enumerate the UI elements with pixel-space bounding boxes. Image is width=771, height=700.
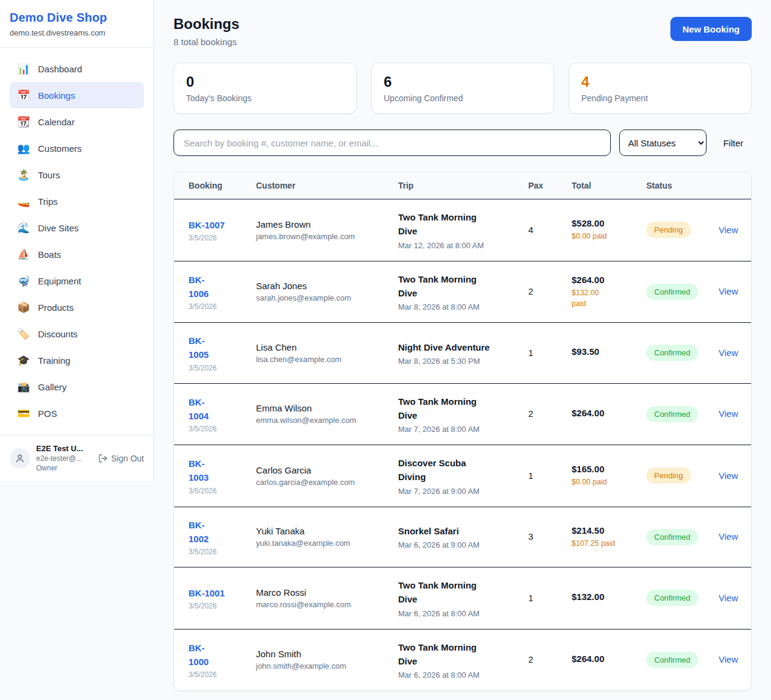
- sidebar-item-gallery[interactable]: 📸 Gallery: [10, 373, 144, 400]
- sidebar-item-discounts[interactable]: 🏷️ Discounts: [10, 320, 144, 347]
- trip-time: Mar 8, 2026 at 8:00 AM: [398, 302, 522, 311]
- total-amount: $264.00: [572, 654, 640, 664]
- view-link[interactable]: View: [719, 531, 738, 542]
- view-link[interactable]: View: [719, 286, 738, 296]
- table-row: BK-1001 3/5/2026 Marco Rossi marco.rossi…: [174, 567, 751, 630]
- sidebar-item-boats[interactable]: ⛵ Boats: [10, 241, 144, 267]
- stats-row: 0 Today's Bookings 6 Upcoming Confirmed …: [173, 63, 752, 114]
- trip-time: Mar 6, 2026 at 8:00 AM: [398, 609, 522, 618]
- stat-value: 6: [384, 73, 542, 90]
- diving-mask-icon: 🤿: [17, 275, 30, 287]
- booking-date: 3/5/2026: [189, 234, 250, 242]
- sidebar-item-training[interactable]: 🎓 Training: [10, 347, 144, 373]
- user-email: e2e-tester@...: [36, 454, 92, 463]
- tag-icon: 🏷️: [17, 328, 30, 340]
- sidebar-item-tours[interactable]: 🏝️ Tours: [10, 161, 144, 188]
- sidebar-item-dive-sites[interactable]: 🌊 Dive Sites: [10, 214, 144, 241]
- booking-number-link[interactable]: BK- 1003: [189, 457, 208, 485]
- filter-button[interactable]: Filter: [715, 138, 752, 148]
- sidebar-item-bookings[interactable]: 📅 Bookings: [10, 82, 144, 108]
- sidebar-item-pos[interactable]: 💳 POS: [10, 400, 144, 427]
- new-booking-button[interactable]: New Booking: [670, 17, 752, 41]
- total-amount: $264.00: [572, 275, 640, 285]
- calendar-icon: 📅: [17, 89, 30, 102]
- table-row: BK- 1000 3/5/2026 John Smith john.smith@…: [174, 629, 751, 690]
- sidebar-item-label: Boats: [38, 249, 61, 260]
- sidebar-item-customers[interactable]: 👥 Customers: [10, 135, 144, 161]
- page-title: Bookings: [173, 16, 239, 33]
- view-link[interactable]: View: [719, 408, 738, 419]
- booking-number-link[interactable]: BK-1001: [189, 586, 225, 600]
- status-badge: Pending: [646, 467, 691, 484]
- paid-amount: $107.25 paid: [572, 538, 640, 549]
- sidebar-item-label: Dashboard: [38, 64, 82, 74]
- sign-out-button[interactable]: Sign Out: [98, 454, 144, 463]
- customer-email: sarah.jones@example.com: [256, 293, 392, 302]
- pax-count: 3: [528, 531, 533, 542]
- table-row: BK-1007 3/5/2026 James Brown james.brown…: [174, 199, 751, 261]
- booking-number-link[interactable]: BK- 1000: [189, 641, 208, 669]
- view-link[interactable]: View: [719, 470, 738, 481]
- sidebar-item-trips[interactable]: 🚤 Trips: [10, 188, 144, 214]
- column-header-status: Status: [646, 172, 719, 199]
- search-input[interactable]: [173, 130, 611, 156]
- view-link[interactable]: View: [719, 593, 738, 603]
- pax-count: 4: [528, 225, 533, 235]
- sidebar-item-equipment[interactable]: 🤿 Equipment: [10, 267, 144, 294]
- status-filter-select[interactable]: All Statuses: [619, 130, 707, 156]
- total-amount: $264.00: [572, 408, 640, 418]
- graduation-cap-icon: 🎓: [17, 354, 30, 367]
- trip-name: Two Tank Morning Dive: [398, 578, 522, 607]
- booking-number-link[interactable]: BK- 1005: [189, 334, 208, 362]
- pax-count: 1: [528, 470, 533, 481]
- view-link[interactable]: View: [719, 654, 738, 664]
- pax-count: 2: [528, 654, 533, 664]
- booking-number-link[interactable]: BK-1007: [189, 218, 225, 232]
- customer-email: john.smith@example.com: [256, 661, 392, 670]
- sign-out-label: Sign Out: [111, 454, 144, 463]
- page-subtitle: 8 total bookings: [173, 37, 239, 47]
- booking-number-link[interactable]: BK- 1004: [189, 395, 208, 423]
- booking-number-link[interactable]: BK- 1006: [189, 273, 208, 301]
- sidebar-item-products[interactable]: 📦 Products: [10, 294, 144, 320]
- trip-name: Discover Scuba Diving: [398, 456, 522, 484]
- page-header-text: Bookings 8 total bookings: [173, 16, 239, 47]
- pax-count: 2: [528, 408, 533, 419]
- booking-date: 3/5/2026: [189, 548, 250, 556]
- trip-name: Two Tank Morning Dive: [398, 640, 522, 669]
- shop-domain: demo.test.divestreams.com: [10, 28, 144, 37]
- view-link[interactable]: View: [719, 225, 738, 235]
- camera-icon: 📸: [17, 381, 30, 393]
- paid-amount: $132.00 paid: [572, 287, 640, 309]
- wave-icon: 🌊: [17, 222, 30, 234]
- table-row: BK- 1004 3/5/2026 Emma Wilson emma.wilso…: [174, 383, 751, 445]
- customer-email: james.brown@example.com: [256, 232, 392, 241]
- table-row: BK- 1005 3/5/2026 Lisa Chen lisa.chen@ex…: [174, 323, 751, 384]
- trip-time: Mar 6, 2026 at 8:00 AM: [398, 670, 522, 680]
- column-header-booking: Booking: [174, 172, 256, 199]
- table-row: BK- 1002 3/5/2026 Yuki Tanaka yuki.tanak…: [174, 507, 751, 567]
- stat-card-upcoming-confirmed: 6 Upcoming Confirmed: [371, 63, 554, 114]
- stat-card-pending-payment: 4 Pending Payment: [569, 63, 752, 114]
- trip-name: Two Tank Morning Dive: [398, 210, 522, 239]
- booking-number-link[interactable]: BK- 1002: [189, 518, 208, 546]
- customer-name: John Smith: [256, 649, 392, 659]
- people-icon: 👥: [17, 142, 30, 155]
- status-badge: Pending: [646, 222, 691, 238]
- stat-label: Upcoming Confirmed: [384, 93, 542, 103]
- stat-label: Pending Payment: [581, 93, 739, 103]
- sidebar-item-label: Gallery: [38, 382, 67, 392]
- filter-row: All Statuses Filter: [173, 130, 752, 156]
- stat-card-todays-bookings: 0 Today's Bookings: [173, 63, 357, 114]
- sidebar-item-label: Training: [38, 355, 70, 366]
- view-link[interactable]: View: [719, 348, 738, 358]
- customer-name: Emma Wilson: [256, 403, 392, 413]
- booking-date: 3/5/2026: [189, 670, 250, 679]
- total-amount: $528.00: [572, 218, 640, 228]
- sidebar-footer: E2E Test U... e2e-tester@... Owner Sign …: [0, 435, 154, 481]
- sidebar-item-dashboard[interactable]: 📊 Dashboard: [10, 55, 144, 82]
- trip-time: Mar 12, 2026 at 8:00 AM: [398, 241, 522, 250]
- sidebar: Demo Dive Shop demo.test.divestreams.com…: [0, 0, 154, 481]
- sidebar-item-calendar[interactable]: 📆 Calendar: [10, 108, 144, 135]
- stat-value: 4: [581, 73, 739, 90]
